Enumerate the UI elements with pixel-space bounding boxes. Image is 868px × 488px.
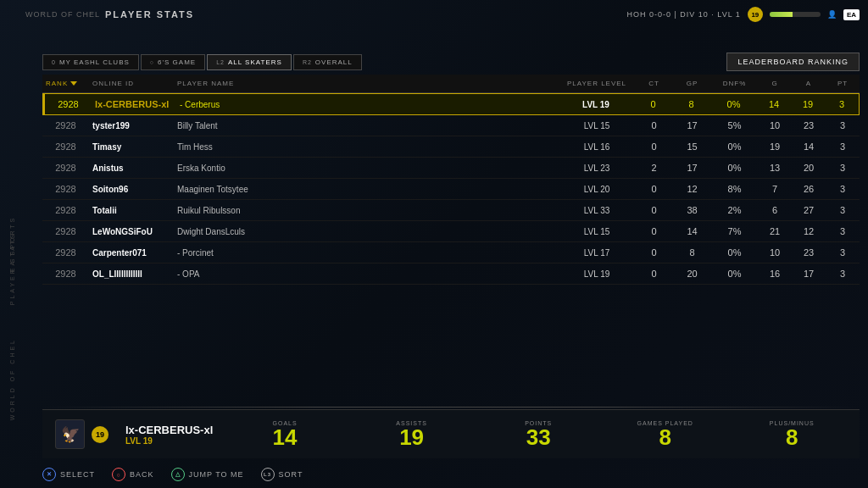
cell-ct: 0 bbox=[634, 99, 672, 109]
cell-rank: 2928 bbox=[42, 163, 89, 173]
cell-gp: 8 bbox=[673, 247, 711, 258]
cell-rank: 2928 bbox=[42, 184, 89, 194]
leaderboard-ranking-button[interactable]: LEADERBOARD RANKING bbox=[726, 53, 860, 71]
tab-all-skaters[interactable]: L2 ALL SKATERS bbox=[207, 54, 292, 70]
player-level-label: LVL 19 bbox=[125, 436, 213, 446]
cell-a: 23 bbox=[792, 120, 826, 130]
table-row[interactable]: 2928 Anistus Erska Kontio LVL 23 2 17 0%… bbox=[42, 158, 860, 179]
table-row[interactable]: 2928 tyster199 Billy Talent LVL 15 0 17 … bbox=[42, 115, 860, 136]
col-player-level: PLAYER LEVEL bbox=[559, 78, 635, 89]
sidebar-left: EA SPORTS PLAYER STATS WORLD OF CHEL bbox=[0, 0, 24, 488]
cell-player-name: Billy Talent bbox=[174, 121, 559, 130]
title-prefix: WORLD OF CHEL bbox=[25, 10, 100, 19]
cell-rank: 2928 bbox=[42, 247, 89, 258]
cell-level: LVL 20 bbox=[559, 185, 635, 194]
back-label: BACK bbox=[130, 470, 154, 479]
tab-label-my-eashl: MY EASHL CLUBS bbox=[59, 58, 130, 66]
goals-value: 14 bbox=[273, 426, 298, 448]
cell-g: 19 bbox=[758, 141, 792, 152]
cell-g: 7 bbox=[758, 184, 792, 194]
cell-dnf: 2% bbox=[711, 205, 758, 215]
tab-label-overall: OVERALL bbox=[315, 58, 353, 66]
stats-table: RANK ONLINE ID PLAYER NAME PLAYER LEVEL … bbox=[42, 75, 860, 403]
team-logo: 🦅 bbox=[55, 419, 85, 449]
cell-gp: 14 bbox=[673, 226, 711, 236]
table-row[interactable]: 2928 Carpenter071 - Porcinet LVL 17 0 8 … bbox=[42, 242, 860, 263]
cell-level: LVL 15 bbox=[559, 227, 635, 236]
cell-pt: 3 bbox=[826, 205, 860, 215]
cell-ct: 0 bbox=[635, 247, 673, 258]
table-row[interactable]: 2928 lx-CERBERUS-xl - Cerberus LVL 19 0 … bbox=[42, 93, 860, 115]
cell-level: LVL 33 bbox=[559, 206, 635, 215]
cell-pt: 3 bbox=[826, 163, 860, 173]
cell-g: 10 bbox=[758, 120, 792, 130]
cell-pt: 3 bbox=[826, 141, 860, 152]
cell-level: LVL 17 bbox=[559, 248, 635, 258]
cell-a: 23 bbox=[792, 247, 826, 258]
cell-pt: 3 bbox=[826, 120, 860, 130]
cell-ct: 2 bbox=[635, 163, 673, 173]
cell-a: 17 bbox=[792, 269, 826, 279]
player-gamertag: lx-CERBERUS-xl bbox=[125, 424, 213, 436]
cell-dnf: 0% bbox=[710, 99, 757, 109]
cell-a: 19 bbox=[791, 99, 825, 109]
table-row[interactable]: 2928 Timasy Tim Hess LVL 16 0 15 0% 19 1… bbox=[42, 136, 860, 158]
cell-pt: 3 bbox=[826, 226, 860, 236]
top-header: WORLD OF CHEL PLAYER STATS HOH 0-0-0 | D… bbox=[25, 7, 860, 22]
cell-a: 20 bbox=[792, 163, 826, 173]
tab-6s-game[interactable]: ○ 6'S GAME bbox=[141, 54, 205, 70]
cell-online-id: tyster199 bbox=[89, 121, 174, 130]
cell-a: 26 bbox=[792, 184, 826, 194]
header-right: HOH 0-0-0 | DIV 10 · LVL 1 19 👤 EA bbox=[626, 7, 860, 22]
plusminus-stat: PLUS/MINUS 8 bbox=[737, 420, 847, 448]
cell-online-id: OL_LIIIIIIIIIIII bbox=[89, 269, 174, 279]
col-gp: GP bbox=[673, 78, 711, 89]
table-row[interactable]: 2928 Soiton96 Maaginen Totsytee LVL 20 0… bbox=[42, 179, 860, 200]
control-back: ○ BACK bbox=[112, 468, 154, 481]
points-stat: POINTS 33 bbox=[483, 420, 593, 448]
cell-dnf: 0% bbox=[711, 247, 758, 258]
cell-ct: 0 bbox=[635, 205, 673, 215]
cell-player-name: Dwight DansLculs bbox=[174, 227, 559, 236]
cell-rank: 2928 bbox=[42, 226, 89, 236]
tab-icon-6s: ○ bbox=[150, 59, 154, 65]
xp-bar bbox=[770, 12, 821, 17]
cell-gp: 17 bbox=[673, 120, 711, 130]
tab-my-eashl[interactable]: 0 MY EASHL CLUBS bbox=[42, 54, 139, 70]
cell-level: LVL 23 bbox=[559, 164, 635, 173]
cell-online-id: Anistus bbox=[89, 164, 174, 173]
cell-level: LVL 19 bbox=[558, 100, 634, 109]
cell-g: 16 bbox=[758, 269, 792, 279]
col-rank: RANK bbox=[42, 78, 89, 89]
cell-g: 10 bbox=[758, 247, 792, 258]
plusminus-value: 8 bbox=[786, 426, 798, 448]
col-dnf: DNF% bbox=[711, 78, 758, 89]
table-row[interactable]: 2928 LeWoNGSiFoU Dwight DansLculs LVL 15… bbox=[42, 221, 860, 242]
xp-bar-fill bbox=[770, 12, 793, 17]
tab-label-6s: 6'S GAME bbox=[158, 58, 196, 66]
tab-navigation: 0 MY EASHL CLUBS ○ 6'S GAME L2 ALL SKATE… bbox=[42, 53, 860, 71]
cell-rank: 2928 bbox=[42, 141, 89, 152]
cell-pt: 3 bbox=[826, 184, 860, 194]
tab-overall[interactable]: R2 OVERALL bbox=[293, 54, 362, 70]
col-player-name: PLAYER NAME bbox=[174, 78, 559, 89]
ea-logo: EA bbox=[843, 9, 860, 20]
cell-player-name: Ruikul Ribulsson bbox=[174, 206, 559, 215]
cell-ct: 0 bbox=[635, 120, 673, 130]
player-card-bar: 🦅 19 lx-CERBERUS-xl LVL 19 GOALS 14 ASSI… bbox=[42, 409, 860, 458]
assists-value: 19 bbox=[399, 426, 424, 448]
col-a: A bbox=[792, 78, 826, 89]
table-row[interactable]: 2928 OL_LIIIIIIIIIIII - OPA LVL 19 0 20 … bbox=[42, 263, 860, 285]
cell-g: 6 bbox=[758, 205, 792, 215]
cell-dnf: 8% bbox=[711, 184, 758, 194]
title-main: PLAYER STATS bbox=[105, 9, 194, 19]
circle-button-icon: ○ bbox=[112, 468, 125, 481]
cell-pt: 3 bbox=[826, 269, 860, 279]
cell-pt: 3 bbox=[825, 99, 859, 109]
table-row[interactable]: 2928 Totalii Ruikul Ribulsson LVL 33 0 3… bbox=[42, 200, 860, 221]
control-jump-to-me[interactable]: △ JUMP TO ME bbox=[171, 468, 244, 481]
cell-rank: 2928 bbox=[42, 120, 89, 130]
cell-g: 14 bbox=[757, 99, 791, 109]
cell-level: LVL 19 bbox=[559, 269, 635, 279]
cell-player-name: Erska Kontio bbox=[174, 164, 559, 173]
